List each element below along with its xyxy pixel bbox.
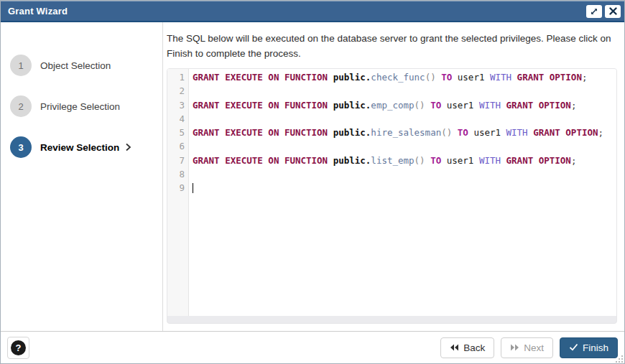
resize-grip[interactable] xyxy=(616,355,624,363)
sql-preview-editor: 123456789 GRANT EXECUTE ON FUNCTION publ… xyxy=(167,68,617,324)
maximize-icon xyxy=(590,7,598,16)
line-number: 8 xyxy=(167,167,185,181)
code-line xyxy=(193,84,616,98)
step-number-badge: 3 xyxy=(10,136,32,158)
step-number-badge: 1 xyxy=(10,55,32,76)
step-number-badge: 2 xyxy=(10,95,32,117)
double-right-arrow-icon xyxy=(510,342,519,353)
step-label: Privilege Selection xyxy=(40,101,120,112)
line-number: 6 xyxy=(167,139,185,153)
chevron-right-icon xyxy=(125,143,131,151)
close-button[interactable] xyxy=(605,5,621,18)
code-mirror: 123456789 GRANT EXECUTE ON FUNCTION publ… xyxy=(167,69,616,316)
code-line xyxy=(193,112,616,126)
step-object-selection[interactable]: 1 Object Selection xyxy=(1,55,162,76)
step-review-selection[interactable]: 3 Review Selection xyxy=(1,136,162,158)
line-number: 2 xyxy=(167,84,185,98)
line-number: 7 xyxy=(167,154,185,167)
line-number: 3 xyxy=(167,98,185,112)
code-line: GRANT EXECUTE ON FUNCTION public.check_f… xyxy=(193,70,616,84)
code-line: GRANT EXECUTE ON FUNCTION public.list_em… xyxy=(193,154,616,167)
next-button[interactable]: Next xyxy=(501,337,553,358)
step-privilege-selection[interactable]: 2 Privilege Selection xyxy=(1,95,162,117)
wizard-steps-sidebar: 1 Object Selection 2 Privilege Selection… xyxy=(1,22,163,331)
footer-actions: Back Next Finish xyxy=(440,337,618,358)
step-label: Object Selection xyxy=(40,60,111,71)
line-number: 9 xyxy=(167,181,185,195)
back-button[interactable]: Back xyxy=(440,337,494,358)
line-number-gutter: 123456789 xyxy=(167,69,189,316)
line-number: 4 xyxy=(167,112,185,126)
double-left-arrow-icon xyxy=(450,342,459,353)
sql-editor-lines[interactable]: GRANT EXECUTE ON FUNCTION public.check_f… xyxy=(189,69,616,316)
grant-wizard-dialog: Grant Wizard xyxy=(0,0,625,364)
close-icon xyxy=(609,7,617,15)
line-number: 5 xyxy=(167,126,185,139)
code-line: GRANT EXECUTE ON FUNCTION public.hire_sa… xyxy=(193,126,616,139)
code-line xyxy=(193,167,616,181)
checkmark-icon xyxy=(569,342,578,353)
finish-button[interactable]: Finish xyxy=(560,337,618,358)
maximize-button[interactable] xyxy=(586,5,602,18)
dialog-title: Grant Wizard xyxy=(8,6,68,17)
back-button-label: Back xyxy=(463,342,485,353)
title-bar-buttons xyxy=(586,5,621,18)
dialog-footer: ? Back Next xyxy=(1,331,624,363)
review-panel: The SQL below will be executed on the da… xyxy=(163,22,624,331)
line-number: 1 xyxy=(167,70,185,84)
text-cursor xyxy=(193,183,193,193)
title-bar: Grant Wizard xyxy=(1,1,624,22)
help-icon: ? xyxy=(11,340,26,355)
code-line: GRANT EXECUTE ON FUNCTION public.emp_com… xyxy=(193,98,616,112)
sql-description-text: The SQL below will be executed on the da… xyxy=(167,31,614,61)
code-line xyxy=(193,181,616,195)
next-button-label: Next xyxy=(524,342,544,353)
dialog-body: 1 Object Selection 2 Privilege Selection… xyxy=(1,22,624,331)
step-label: Review Selection xyxy=(40,142,119,153)
finish-button-label: Finish xyxy=(583,342,608,353)
code-line xyxy=(193,139,616,153)
help-button[interactable]: ? xyxy=(7,337,29,359)
